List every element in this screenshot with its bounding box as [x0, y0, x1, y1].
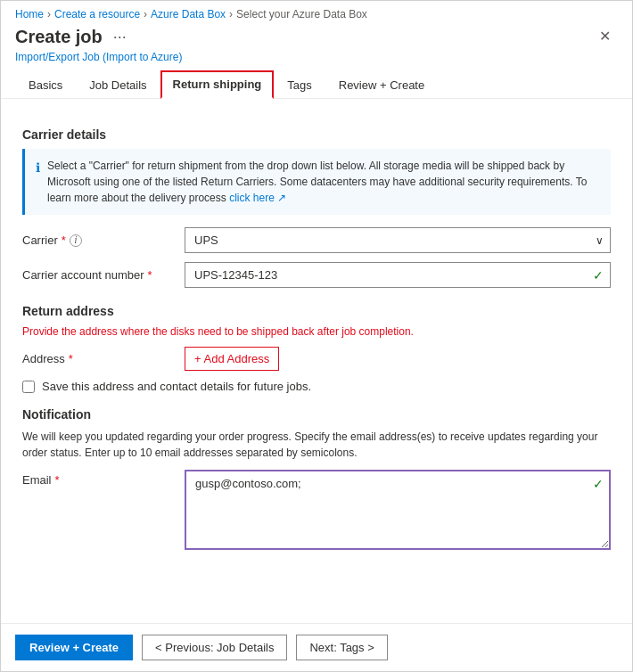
close-button[interactable]: ✕	[592, 26, 618, 47]
return-address-desc: Provide the address where the disks need…	[22, 325, 611, 338]
email-control: gusp@contoso.com; ✓	[185, 470, 611, 550]
tab-basics[interactable]: Basics	[15, 70, 76, 99]
save-address-checkbox[interactable]	[22, 381, 35, 393]
page-subtitle: Import/Export Job (Import to Azure)	[1, 51, 632, 70]
content-area: Carrier details ℹ Select a "Carrier" for…	[1, 99, 632, 623]
carrier-required: *	[62, 234, 66, 247]
tab-return-shipping[interactable]: Return shipping	[160, 70, 275, 99]
carrier-details-title: Carrier details	[22, 127, 611, 142]
carrier-label: Carrier * i	[22, 234, 174, 247]
address-required: *	[69, 352, 73, 365]
return-address-title: Return address	[22, 304, 611, 318]
save-address-label: Save this address and contact details fo…	[42, 380, 311, 393]
return-address-section: Return address	[22, 304, 611, 318]
notification-desc: We will keep you updated regarding your …	[22, 429, 611, 461]
breadcrumb-azure-data-box[interactable]: Azure Data Box	[151, 8, 226, 20]
tab-job-details[interactable]: Job Details	[76, 70, 160, 99]
account-required: *	[148, 268, 152, 282]
carrier-control: UPS FedEx DHL ∨	[185, 227, 611, 253]
carrier-info-box: ℹ Select a "Carrier" for return shipment…	[22, 149, 611, 215]
prev-button[interactable]: < Previous: Job Details	[142, 635, 287, 660]
account-valid-icon: ✓	[593, 268, 604, 283]
account-control: ✓	[185, 262, 611, 288]
notification-section: Notification	[22, 407, 611, 422]
next-button[interactable]: Next: Tags >	[296, 635, 387, 660]
email-textarea[interactable]: gusp@contoso.com;	[185, 470, 611, 550]
account-input[interactable]	[185, 262, 611, 288]
review-create-button[interactable]: Review + Create	[15, 635, 133, 660]
click-here-link[interactable]: click here ↗	[229, 192, 286, 204]
tab-review-create[interactable]: Review + Create	[325, 70, 438, 99]
carrier-row: Carrier * i UPS FedEx DHL ∨	[22, 227, 611, 253]
carrier-help-icon[interactable]: i	[70, 234, 82, 247]
account-row: Carrier account number * ✓	[22, 262, 611, 288]
notification-title: Notification	[22, 407, 611, 422]
carrier-select[interactable]: UPS FedEx DHL	[185, 227, 611, 253]
account-label: Carrier account number *	[22, 268, 174, 282]
add-address-button[interactable]: + Add Address	[185, 347, 279, 371]
carrier-info-text: Select a "Carrier" for return shipment f…	[47, 158, 600, 206]
info-icon: ℹ	[36, 159, 40, 177]
page-title: Create job	[15, 27, 103, 47]
more-options-button[interactable]: ···	[110, 28, 130, 46]
tabs-container: Basics Job Details Return shipping Tags …	[1, 70, 632, 99]
tab-tags[interactable]: Tags	[274, 70, 325, 99]
main-panel: Home › Create a resource › Azure Data Bo…	[0, 0, 633, 672]
breadcrumb-create-resource[interactable]: Create a resource	[54, 8, 140, 20]
carrier-details-section: Carrier details	[22, 127, 611, 142]
breadcrumb-select-data-box: Select your Azure Data Box	[236, 8, 367, 20]
email-required: *	[55, 473, 60, 487]
save-address-row: Save this address and contact details fo…	[22, 380, 611, 393]
email-label: Email *	[22, 470, 174, 487]
breadcrumb: Home › Create a resource › Azure Data Bo…	[1, 1, 632, 20]
email-row: Email * gusp@contoso.com; ✓	[22, 470, 611, 550]
email-valid-icon: ✓	[593, 477, 604, 491]
header: Create job ··· ✕	[1, 20, 632, 51]
address-row: Address * + Add Address	[22, 347, 611, 371]
address-control: + Add Address	[185, 347, 611, 371]
address-label: Address *	[22, 352, 174, 365]
footer: Review + Create < Previous: Job Details …	[1, 623, 632, 671]
breadcrumb-home[interactable]: Home	[15, 8, 44, 20]
